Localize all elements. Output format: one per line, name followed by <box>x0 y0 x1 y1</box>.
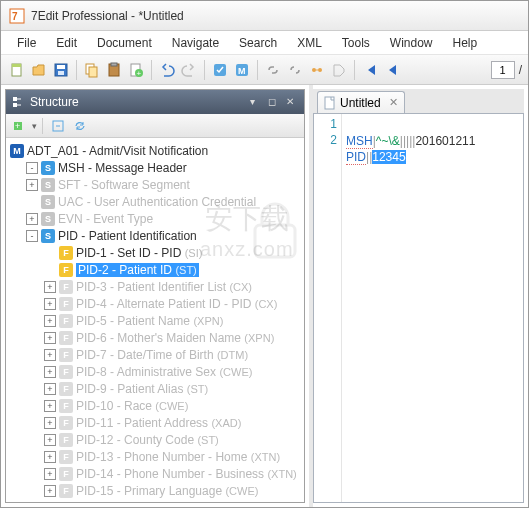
field-icon: F <box>59 246 73 260</box>
tree-field[interactable]: +FPID-15 - Primary Language (CWE) <box>6 482 304 499</box>
tree-toggle-icon[interactable]: + <box>44 366 56 378</box>
tree-root[interactable]: M ADT_A01 - Admit/Visit Notification <box>6 142 304 159</box>
refresh-icon[interactable] <box>70 116 90 136</box>
structure-title: Structure <box>30 95 79 109</box>
open-file-icon[interactable] <box>29 60 49 80</box>
tree-label: PID-15 - Primary Language (CWE) <box>76 484 258 498</box>
close-icon[interactable]: ✕ <box>389 96 398 109</box>
redo-icon[interactable] <box>179 60 199 80</box>
menu-tools[interactable]: Tools <box>334 34 378 52</box>
panel-min-icon[interactable]: ◻ <box>268 96 280 108</box>
svg-rect-3 <box>12 64 21 67</box>
tree-field[interactable]: +FPID-6 - Mother's Maiden Name (XPN) <box>6 329 304 346</box>
new-file-icon[interactable] <box>7 60 27 80</box>
message-icon[interactable]: M <box>232 60 252 80</box>
copy-icon[interactable] <box>82 60 102 80</box>
tree-toggle-icon[interactable]: - <box>26 230 38 242</box>
new-doc-icon[interactable]: + <box>126 60 146 80</box>
tree-toggle-icon[interactable]: + <box>44 281 56 293</box>
editor-body[interactable]: 1 2 MSH|^~\&|||||201601211 PID||12345 <box>313 113 524 503</box>
editor-tab[interactable]: Untitled ✕ <box>317 91 405 113</box>
tree-toggle-icon[interactable]: + <box>44 315 56 327</box>
tree-toggle-icon[interactable]: + <box>44 298 56 310</box>
tree-label: PID-4 - Alternate Patient ID - PID (CX) <box>76 297 277 311</box>
menu-search[interactable]: Search <box>231 34 285 52</box>
segment-icon: S <box>41 178 55 192</box>
tree-toggle-icon[interactable]: - <box>26 162 38 174</box>
menu-document[interactable]: Document <box>89 34 160 52</box>
link-icon[interactable] <box>263 60 283 80</box>
tree-label: PID-8 - Administrative Sex (CWE) <box>76 365 252 379</box>
tree-field[interactable]: +FPID-10 - Race (CWE) <box>6 397 304 414</box>
panel-menu-icon[interactable]: ▾ <box>250 96 262 108</box>
editor-tabs: Untitled ✕ <box>313 89 524 113</box>
tree-toggle-icon[interactable]: + <box>44 451 56 463</box>
panel-close-icon[interactable]: ✕ <box>286 96 298 108</box>
tree-toggle-icon[interactable]: + <box>44 383 56 395</box>
tree-label: PID-10 - Race (CWE) <box>76 399 188 413</box>
tree-field[interactable]: FPID-2 - Patient ID (ST) <box>6 261 304 278</box>
tree-field[interactable]: +FPID-13 - Phone Number - Home (XTN) <box>6 448 304 465</box>
tree-segment[interactable]: -SMSH - Message Header <box>6 159 304 176</box>
svg-text:+: + <box>137 69 142 78</box>
undo-icon[interactable] <box>157 60 177 80</box>
tree-field[interactable]: +FPID-7 - Date/Time of Birth (DTM) <box>6 346 304 363</box>
tree-toggle-icon[interactable]: + <box>44 400 56 412</box>
tree-toggle-icon[interactable]: + <box>26 213 38 225</box>
nav-first-icon[interactable] <box>360 60 380 80</box>
tree-add-icon[interactable]: + <box>10 116 30 136</box>
unlink-icon[interactable] <box>285 60 305 80</box>
tree-segment[interactable]: SUAC - User Authentication Credential <box>6 193 304 210</box>
tree-toggle-icon[interactable]: + <box>44 434 56 446</box>
validate-icon[interactable] <box>210 60 230 80</box>
save-icon[interactable] <box>51 60 71 80</box>
page-sep: / <box>519 63 522 77</box>
svg-text:+: + <box>15 121 20 131</box>
tree-label: EVN - Event Type <box>58 212 153 226</box>
tree-toggle-icon[interactable]: + <box>44 485 56 497</box>
tree-label: PID-3 - Patient Identifier List (CX) <box>76 280 252 294</box>
menu-file[interactable]: File <box>9 34 44 52</box>
tree-toggle-icon[interactable]: + <box>26 179 38 191</box>
tree-field[interactable]: +FPID-8 - Administrative Sex (CWE) <box>6 363 304 380</box>
menu-bar: File Edit Document Navigate Search XML T… <box>1 31 528 55</box>
tree-toggle-icon[interactable]: + <box>44 332 56 344</box>
tree-field[interactable]: FPID-1 - Set ID - PID (SI) <box>6 244 304 261</box>
tag-icon[interactable] <box>329 60 349 80</box>
tree-field[interactable]: +FPID-5 - Patient Name (XPN) <box>6 312 304 329</box>
tree-field[interactable]: +FPID-11 - Patient Address (XAD) <box>6 414 304 431</box>
nav-prev-icon[interactable] <box>382 60 402 80</box>
tree-toggle-icon[interactable]: + <box>44 468 56 480</box>
tree-field[interactable]: +FPID-14 - Phone Number - Business (XTN) <box>6 465 304 482</box>
svg-rect-10 <box>111 63 117 66</box>
connect-icon[interactable] <box>307 60 327 80</box>
field-icon: F <box>59 416 73 430</box>
tree-segment[interactable]: -SPID - Patient Identification <box>6 227 304 244</box>
dropdown-icon[interactable]: ▾ <box>32 121 37 131</box>
tree-field[interactable]: +FPID-12 - County Code (ST) <box>6 431 304 448</box>
svg-text:7: 7 <box>12 11 18 22</box>
tree-field[interactable]: +FPID-4 - Alternate Patient ID - PID (CX… <box>6 295 304 312</box>
line-gutter: 1 2 <box>314 114 342 502</box>
svg-rect-20 <box>13 97 17 101</box>
toolbar-separator <box>257 60 258 80</box>
paste-icon[interactable] <box>104 60 124 80</box>
tree-field[interactable]: +FPID-9 - Patient Alias (ST) <box>6 380 304 397</box>
page-input[interactable] <box>491 61 515 79</box>
menu-help[interactable]: Help <box>445 34 486 52</box>
tree-segment[interactable]: +SSFT - Software Segment <box>6 176 304 193</box>
expand-all-icon[interactable] <box>48 116 68 136</box>
app-icon: 7 <box>9 8 25 24</box>
menu-edit[interactable]: Edit <box>48 34 85 52</box>
menu-navigate[interactable]: Navigate <box>164 34 227 52</box>
tree-field[interactable]: +FPID-3 - Patient Identifier List (CX) <box>6 278 304 295</box>
code-area[interactable]: MSH|^~\&|||||201601211 PID||12345 <box>342 114 523 502</box>
tree-segment[interactable]: +SEVN - Event Type <box>6 210 304 227</box>
menu-window[interactable]: Window <box>382 34 441 52</box>
tree[interactable]: M ADT_A01 - Admit/Visit Notification -SM… <box>6 138 304 502</box>
tree-toggle-icon[interactable]: + <box>44 349 56 361</box>
menu-xml[interactable]: XML <box>289 34 330 52</box>
tree-toggle-icon <box>44 264 56 276</box>
field-icon: F <box>59 314 73 328</box>
tree-toggle-icon[interactable]: + <box>44 417 56 429</box>
